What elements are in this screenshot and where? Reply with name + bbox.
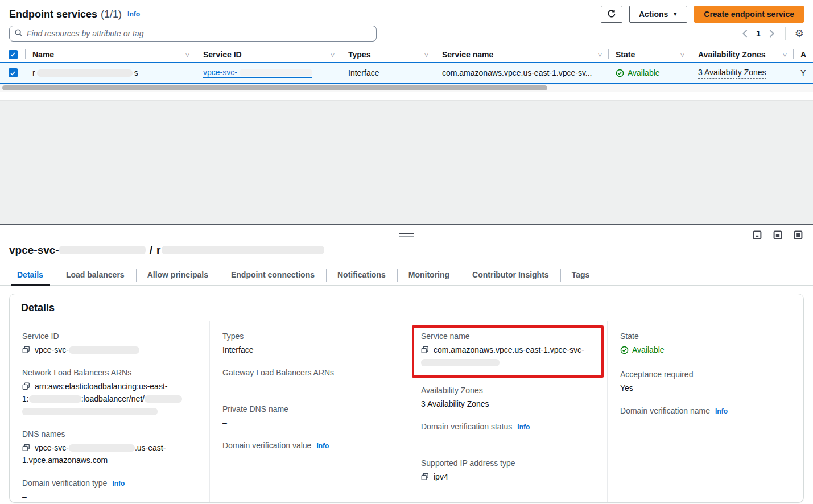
tab-contributor-insights[interactable]: Contributor Insights <box>461 266 560 285</box>
horizontal-scrollbar-thumb[interactable] <box>2 85 547 90</box>
availability-zones-tooltip-link[interactable]: 3 Availability Zones <box>698 68 766 79</box>
field-availability-zones: Availability Zones 3 Availability Zones <box>421 386 595 410</box>
details-card-heading: Details <box>10 294 803 321</box>
background-gap <box>0 100 813 224</box>
refresh-button[interactable] <box>601 6 622 23</box>
column-header-truncated[interactable]: A <box>794 47 813 62</box>
info-link[interactable]: Info <box>316 442 329 450</box>
field-nlb-arns: Network Load Balancers ARNs arn:aws:elas… <box>22 368 197 418</box>
filter-icon[interactable]: ▽ <box>676 52 684 57</box>
check-icon <box>10 70 16 76</box>
search-box[interactable] <box>9 26 377 42</box>
table-row[interactable]: r s vpce-svc- Interface com.amazonaws.vp… <box>0 62 813 84</box>
redacted-account-id <box>29 395 81 403</box>
endpoint-services-list-section: Endpoint services (1/1) Info Actions ▼ C… <box>0 0 813 100</box>
list-toolbar: 1 ⚙ <box>0 23 813 42</box>
redacted-name <box>37 69 133 77</box>
check-icon <box>10 51 16 57</box>
row-checkbox[interactable] <box>9 68 18 77</box>
panel-size-medium-icon[interactable] <box>772 229 783 241</box>
tab-monitoring[interactable]: Monitoring <box>397 266 461 285</box>
chevron-right-icon <box>769 30 775 38</box>
refresh-icon <box>607 9 616 20</box>
horizontal-scrollbar <box>0 84 813 92</box>
field-domain-verification-status: Domain verification status Info – <box>421 422 595 447</box>
filter-icon[interactable]: ▽ <box>778 52 787 57</box>
column-header-service-id[interactable]: Service ID ▽ <box>196 47 341 62</box>
redacted-service-name-id <box>421 359 500 366</box>
details-column-2: Types Interface Gateway Load Balancers A… <box>209 321 408 503</box>
tab-notifications[interactable]: Notifications <box>326 266 397 285</box>
select-all-cell <box>0 47 26 62</box>
row-service-id-cell: vpce-svc- <box>196 63 341 83</box>
row-name-cell: r s <box>26 63 196 83</box>
pagination: 1 ⚙ <box>741 27 804 40</box>
actions-button[interactable]: Actions ▼ <box>629 6 687 23</box>
service-id-link[interactable]: vpce-svc- <box>203 68 312 78</box>
row-availability-zones-cell: 3 Availability Zones <box>691 63 794 83</box>
field-acceptance-required: Acceptance required Yes <box>620 370 791 394</box>
copy-icon[interactable] <box>22 444 30 453</box>
field-dns-names: DNS names vpce-svc-.us-east-1.vpce.amazo… <box>22 429 197 466</box>
next-page-button[interactable] <box>767 28 776 39</box>
actions-button-label: Actions <box>639 10 668 19</box>
page-number[interactable]: 1 <box>756 29 761 38</box>
row-select-cell <box>0 63 26 83</box>
info-link[interactable]: Info <box>517 423 530 431</box>
search-icon <box>14 28 23 39</box>
redacted-lb-id <box>22 408 158 415</box>
field-domain-verification-type: Domain verification type Info – <box>22 478 197 503</box>
previous-page-button[interactable] <box>741 28 749 39</box>
column-header-name[interactable]: Name ▽ <box>26 47 196 62</box>
availability-zones-tooltip-link[interactable]: 3 Availability Zones <box>421 399 489 410</box>
copy-icon[interactable] <box>22 346 30 356</box>
create-endpoint-service-button[interactable]: Create endpoint service <box>694 6 804 23</box>
details-column-1: Service ID vpce-svc- Network Load Balanc… <box>10 321 209 503</box>
filter-icon[interactable]: ▽ <box>593 52 602 57</box>
available-status-icon <box>616 69 624 77</box>
tab-tags[interactable]: Tags <box>560 266 601 285</box>
panel-size-large-icon[interactable] <box>793 229 804 241</box>
available-status-icon <box>620 346 629 354</box>
split-panel-size-controls <box>752 229 804 241</box>
row-truncated-cell: Y <box>794 63 813 83</box>
split-panel: vpce-svc-/r Details Load balancers Allow… <box>0 224 813 504</box>
copy-icon[interactable] <box>421 346 429 356</box>
column-header-availability-zones[interactable]: Availability Zones ▽ <box>691 47 794 62</box>
tab-details[interactable]: Details <box>9 266 55 285</box>
column-header-state[interactable]: State ▽ <box>609 47 691 62</box>
split-panel-drag-handle-icon[interactable] <box>399 233 414 237</box>
list-header: Endpoint services (1/1) Info Actions ▼ C… <box>0 0 813 23</box>
field-private-dns-name: Private DNS name – <box>222 404 395 429</box>
copy-icon[interactable] <box>421 473 429 482</box>
field-state: State Available <box>620 332 791 358</box>
redacted-service-id <box>240 69 312 76</box>
endpoint-services-table: Name ▽ Service ID ▽ Types ▽ Service name… <box>0 47 813 84</box>
redacted-lb-name <box>145 395 182 403</box>
copy-icon[interactable] <box>22 382 30 392</box>
redacted-title-name <box>162 246 324 254</box>
tab-allow-principals[interactable]: Allow principals <box>136 266 220 285</box>
select-all-checkbox[interactable] <box>9 50 18 59</box>
info-link[interactable]: Info <box>127 10 140 18</box>
column-header-types[interactable]: Types ▽ <box>341 47 435 62</box>
search-input[interactable] <box>27 29 372 38</box>
header-actions: Actions ▼ Create endpoint service <box>601 6 804 23</box>
filter-icon[interactable]: ▽ <box>420 52 428 57</box>
info-link[interactable]: Info <box>715 407 728 415</box>
tab-load-balancers[interactable]: Load balancers <box>55 266 136 285</box>
redacted-service-id <box>69 346 139 354</box>
filter-icon[interactable]: ▽ <box>326 52 335 57</box>
resource-counter: (1/1) <box>101 9 122 20</box>
column-header-service-name[interactable]: Service name ▽ <box>435 47 609 62</box>
info-link[interactable]: Info <box>112 480 125 488</box>
tab-endpoint-connections[interactable]: Endpoint connections <box>220 266 326 285</box>
table-header-row: Name ▽ Service ID ▽ Types ▽ Service name… <box>0 47 813 62</box>
row-state-cell: Available <box>609 63 691 83</box>
panel-size-small-icon[interactable] <box>752 229 763 241</box>
pagination-divider <box>785 27 786 40</box>
preferences-gear-icon[interactable]: ⚙ <box>795 28 804 39</box>
field-gateway-lb-arns: Gateway Load Balancers ARNs – <box>222 368 395 393</box>
split-panel-tabs: Details Load balancers Allow principals … <box>0 266 813 286</box>
filter-icon[interactable]: ▽ <box>181 52 189 57</box>
